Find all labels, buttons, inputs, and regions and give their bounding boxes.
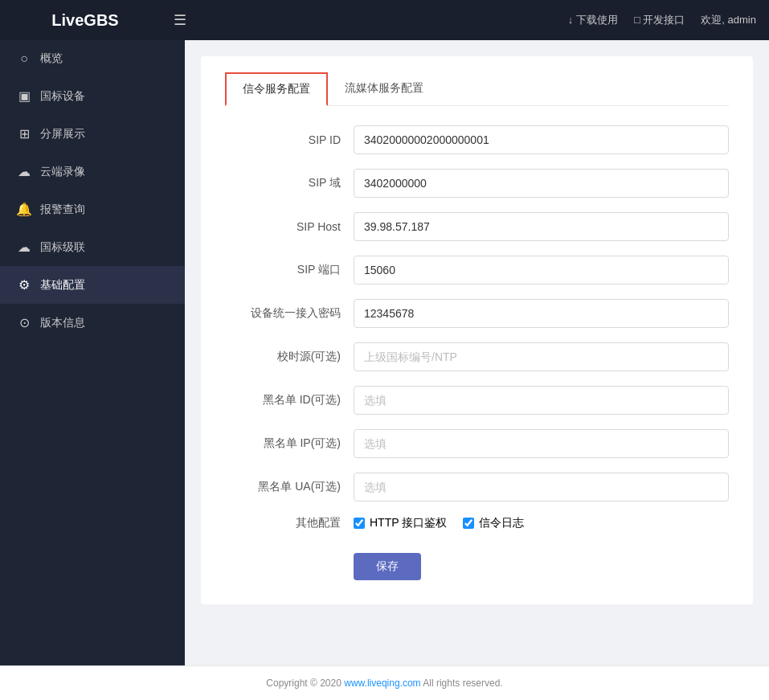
- input-blacklist-ua[interactable]: [354, 473, 729, 501]
- form-row-blacklist-ip: 黑名单 IP(可选): [225, 429, 729, 458]
- label-sip-id: SIP ID: [225, 133, 354, 146]
- form: SIP IDSIP 域SIP HostSIP 端口设备统一接入密码校时源(可选)…: [225, 125, 729, 501]
- label-time-source: 校时源(可选): [225, 350, 354, 364]
- form-row-sip-id: SIP ID: [225, 125, 729, 154]
- welcome-label: 欢迎, admin: [701, 13, 756, 27]
- sidebar-icon-split-screen: ⊞: [16, 126, 32, 141]
- content-area: 信令服务配置流媒体服务配置 SIP IDSIP 域SIP HostSIP 端口设…: [185, 40, 769, 665]
- checkbox-label-signal-log: 信令日志: [479, 516, 524, 530]
- sidebar: ○概览▣国标设备⊞分屏展示☁云端录像🔔报警查询☁国标级联⚙基础配置⊙版本信息: [0, 40, 185, 665]
- tab-signal[interactable]: 信令服务配置: [225, 72, 328, 106]
- download-link[interactable]: ↓ 下载使用: [568, 13, 618, 27]
- sidebar-item-version[interactable]: ⊙版本信息: [0, 304, 185, 342]
- app-wrapper: LiveGBS ☰ ↓ 下载使用 □ 开发接口 欢迎, admin ○概览▣国标…: [0, 0, 769, 700]
- sidebar-item-basic-config[interactable]: ⚙基础配置: [0, 266, 185, 304]
- sidebar-icon-basic-config: ⚙: [16, 277, 32, 293]
- main-body: ○概览▣国标设备⊞分屏展示☁云端录像🔔报警查询☁国标级联⚙基础配置⊙版本信息 信…: [0, 40, 769, 665]
- label-blacklist-id: 黑名单 ID(可选): [225, 393, 354, 407]
- input-time-source[interactable]: [354, 342, 729, 371]
- footer: Copyright © 2020 www.liveqing.com All ri…: [0, 665, 769, 700]
- sidebar-item-overview[interactable]: ○概览: [0, 40, 185, 77]
- sidebar-icon-version: ⊙: [16, 315, 32, 330]
- sidebar-item-cascade[interactable]: ☁国标级联: [0, 228, 185, 266]
- sidebar-item-gb-devices[interactable]: ▣国标设备: [0, 77, 185, 115]
- save-button[interactable]: 保存: [354, 553, 421, 580]
- form-row-sip-host: SIP Host: [225, 212, 729, 241]
- sidebar-label-cloud-record: 云端录像: [40, 165, 85, 179]
- sidebar-label-split-screen: 分屏展示: [40, 127, 85, 141]
- save-row: 保存: [225, 545, 729, 580]
- sidebar-label-version: 版本信息: [40, 316, 85, 330]
- sidebar-item-alarm[interactable]: 🔔报警查询: [0, 190, 185, 228]
- footer-after: All rights reserved.: [423, 677, 502, 689]
- label-sip-host: SIP Host: [225, 220, 354, 233]
- tab-media[interactable]: 流媒体服务配置: [328, 72, 440, 106]
- sidebar-item-split-screen[interactable]: ⊞分屏展示: [0, 115, 185, 153]
- header-right: ↓ 下载使用 □ 开发接口 欢迎, admin: [568, 13, 756, 27]
- sidebar-icon-cloud-record: ☁: [16, 164, 32, 179]
- sidebar-label-cascade: 国标级联: [40, 240, 85, 255]
- footer-link[interactable]: www.liveqing.com: [344, 677, 420, 689]
- checkbox-label-http-auth: HTTP 接口鉴权: [370, 516, 447, 530]
- sidebar-label-gb-devices: 国标设备: [40, 89, 85, 104]
- input-device-password[interactable]: [354, 299, 729, 328]
- sidebar-item-cloud-record[interactable]: ☁云端录像: [0, 153, 185, 190]
- checkbox-http-auth[interactable]: HTTP 接口鉴权: [354, 516, 447, 530]
- logo: LiveGBS: [13, 11, 157, 30]
- label-sip-port: SIP 端口: [225, 263, 354, 277]
- form-row-device-password: 设备统一接入密码: [225, 299, 729, 328]
- form-row-blacklist-id: 黑名单 ID(可选): [225, 386, 729, 415]
- sidebar-label-basic-config: 基础配置: [40, 278, 85, 293]
- sidebar-icon-cascade: ☁: [16, 239, 32, 255]
- sidebar-icon-gb-devices: ▣: [16, 88, 32, 104]
- hamburger-button[interactable]: ☰: [174, 11, 186, 29]
- form-row-blacklist-ua: 黑名单 UA(可选): [225, 473, 729, 501]
- label-sip-domain: SIP 域: [225, 176, 354, 190]
- input-sip-id[interactable]: [354, 125, 729, 154]
- sidebar-icon-alarm: 🔔: [16, 202, 32, 217]
- form-row-sip-port: SIP 端口: [225, 256, 729, 285]
- checkbox-input-http-auth[interactable]: [354, 518, 365, 529]
- label-blacklist-ua: 黑名单 UA(可选): [225, 480, 354, 494]
- header-left: LiveGBS ☰: [13, 11, 186, 30]
- other-config-label: 其他配置: [225, 516, 354, 530]
- checkbox-input-signal-log[interactable]: [463, 518, 474, 529]
- input-blacklist-id[interactable]: [354, 386, 729, 415]
- form-row-sip-domain: SIP 域: [225, 169, 729, 198]
- other-config-row: 其他配置 HTTP 接口鉴权信令日志: [225, 516, 729, 530]
- input-sip-host[interactable]: [354, 212, 729, 241]
- footer-text: Copyright © 2020: [266, 677, 344, 689]
- sidebar-icon-overview: ○: [16, 51, 32, 66]
- sidebar-label-alarm: 报警查询: [40, 203, 85, 217]
- label-blacklist-ip: 黑名单 IP(可选): [225, 436, 354, 451]
- input-sip-domain[interactable]: [354, 169, 729, 198]
- header: LiveGBS ☰ ↓ 下载使用 □ 开发接口 欢迎, admin: [0, 0, 769, 40]
- checkbox-signal-log[interactable]: 信令日志: [463, 516, 524, 530]
- form-row-time-source: 校时源(可选): [225, 342, 729, 371]
- tab-bar: 信令服务配置流媒体服务配置: [225, 72, 729, 106]
- content-card: 信令服务配置流媒体服务配置 SIP IDSIP 域SIP HostSIP 端口设…: [201, 56, 753, 604]
- label-device-password: 设备统一接入密码: [225, 306, 354, 321]
- api-link[interactable]: □ 开发接口: [634, 13, 685, 27]
- input-sip-port[interactable]: [354, 256, 729, 285]
- other-config-options: HTTP 接口鉴权信令日志: [354, 516, 524, 530]
- sidebar-label-overview: 概览: [40, 51, 63, 66]
- input-blacklist-ip[interactable]: [354, 429, 729, 458]
